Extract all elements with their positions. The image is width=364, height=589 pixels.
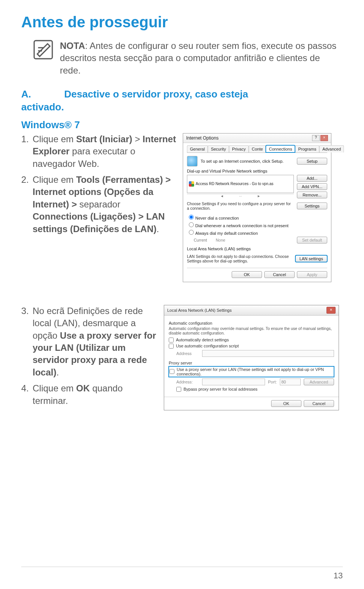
current-label: Current [194, 238, 213, 242]
ok-button[interactable]: OK [232, 271, 262, 278]
apply-button: Apply [297, 271, 327, 278]
page-heading: Antes de prosseguir [21, 14, 343, 31]
radio-whenever[interactable]: Dial whenever a network connection is no… [187, 221, 327, 228]
checkbox-autoscript-label: Use automatic configuration script [176, 344, 239, 348]
vpn-item-text: Access RD Network Resources - Go to vpn.… [196, 182, 273, 186]
section-a-text1: Desactive o servidor proxy, caso esteja [64, 88, 248, 100]
section-a-letter: A. [21, 88, 31, 100]
subheading-windows7: Windows® 7 [21, 119, 343, 131]
step-body: Clique em Tools (Ferramentas) > Internet… [33, 174, 177, 235]
advanced-button: Advanced [304, 379, 334, 385]
radio-always-label: Always dial my default connection [195, 231, 258, 236]
checkbox-use-proxy[interactable]: Use a proxy server for your LAN (These s… [169, 366, 334, 377]
add-vpn-button[interactable]: Add VPN... [297, 183, 327, 190]
globe-icon [187, 156, 198, 166]
tab-general[interactable]: General [187, 145, 208, 152]
auto-config-sub: Automatic configuration may override man… [169, 326, 334, 335]
note-block: NOTA: Antes de configurar o seu router s… [21, 40, 343, 77]
step-item: 3.No ecrã Definições de rede local (LAN)… [21, 305, 158, 379]
lan-settings-dialog: Local Area Network (LAN) Settings × Auto… [164, 305, 339, 410]
radio-never[interactable]: Never dial a connection [187, 214, 327, 220]
tab-privacy[interactable]: Privacy [229, 145, 249, 152]
tab-programs[interactable]: Programs [295, 145, 319, 152]
lan-cancel-button[interactable]: Cancel [304, 400, 334, 407]
checkbox-autodetect[interactable]: Automatically detect settings [169, 338, 334, 342]
checkbox-use-proxy-label: Use a proxy server for your LAN (These s… [177, 367, 333, 376]
step-number: 1. [21, 133, 33, 170]
step-body: Clique em Start (Iniciar) > Internet Exp… [33, 133, 177, 170]
settings-button[interactable]: Settings [297, 203, 327, 209]
step-number: 3. [21, 305, 33, 379]
lan-ok-button[interactable]: OK [271, 400, 301, 407]
checkbox-bypass-label: Bypass proxy server for local addresses [184, 387, 257, 391]
tab-security[interactable]: Security [208, 145, 229, 152]
checkbox-bypass[interactable]: Bypass proxy server for local addresses [176, 387, 334, 392]
lan-close-icon[interactable]: × [326, 307, 336, 314]
step-body: No ecrã Definições de rede local (LAN), … [33, 305, 158, 379]
tab-content[interactable]: Conte [249, 145, 266, 152]
setup-text: To set up an Internet connection, click … [201, 159, 294, 163]
dialup-section-label: Dial-up and Virtual Private Network sett… [187, 169, 327, 173]
step-item: 2.Clique em Tools (Ferramentas) > Intern… [21, 174, 177, 235]
lan-section-label: Local Area Network (LAN) settings [187, 247, 327, 251]
current-value: None [216, 238, 225, 242]
cancel-button[interactable]: Cancel [264, 271, 295, 278]
step-body: Clique em OK quando terminar. [33, 382, 158, 407]
internet-options-dialog: Internet Options ? × General Security Pr… [183, 133, 331, 282]
proxy-port-input[interactable]: 80 [280, 379, 301, 385]
lan-note: LAN Settings do not apply to dial-up con… [187, 254, 292, 263]
note-label: NOTA [60, 41, 85, 51]
auto-config-label: Automatic configuration [169, 321, 334, 325]
shield-icon [189, 181, 194, 187]
proxy-address-input[interactable] [202, 379, 265, 385]
tab-connections[interactable]: Connections [266, 145, 295, 152]
note-body: : Antes de configurar o seu router sem f… [60, 41, 336, 75]
set-default-button: Set default [297, 237, 327, 243]
radio-always[interactable]: Always dial my default connection [187, 229, 327, 236]
remove-button[interactable]: Remove... [297, 192, 327, 198]
radio-whenever-label: Dial whenever a network connection is no… [195, 223, 289, 228]
address-input[interactable] [202, 350, 334, 357]
help-icon[interactable]: ? [312, 135, 320, 141]
proxy-note: Choose Settings if you need to configure… [187, 201, 294, 210]
setup-button[interactable]: Setup [297, 158, 327, 165]
proxy-port-label: Port: [268, 380, 277, 384]
step-number: 4. [21, 382, 33, 407]
tab-advanced[interactable]: Advanced [319, 145, 344, 152]
proxy-server-label: Proxy server [169, 361, 334, 365]
step-number: 2. [21, 174, 33, 235]
footer-divider [21, 567, 343, 567]
step-item: 4.Clique em OK quando terminar. [21, 382, 158, 407]
add-button[interactable]: Add... [297, 175, 327, 182]
list-scrollbar[interactable]: ◄ ··· ► [187, 194, 294, 198]
proxy-address-label: Address: [176, 380, 199, 384]
note-text: NOTA: Antes de configurar o seu router s… [60, 40, 343, 77]
step-item: 1.Clique em Start (Iniciar) > Internet E… [21, 133, 177, 170]
lan-settings-button[interactable]: LAN settings [295, 255, 327, 262]
note-icon [33, 40, 53, 61]
checkbox-autoscript[interactable]: Use automatic configuration script [169, 344, 334, 349]
checkbox-autodetect-label: Automatically detect settings [176, 338, 229, 342]
dialog-title: Internet Options [186, 135, 218, 141]
radio-never-label: Never dial a connection [195, 216, 239, 220]
page-number: 13 [334, 571, 343, 581]
address-label: Address [176, 351, 199, 356]
close-icon[interactable]: × [320, 135, 328, 141]
lan-dialog-title: Local Area Network (LAN) Settings [167, 308, 232, 313]
vpn-listbox[interactable]: Access RD Network Resources - Go to vpn.… [187, 175, 294, 193]
section-a: A. Desactive o servidor proxy, caso este… [21, 88, 343, 114]
tabs: General Security Privacy Conte Connectio… [187, 145, 327, 153]
section-a-text2: activado. [21, 101, 64, 113]
